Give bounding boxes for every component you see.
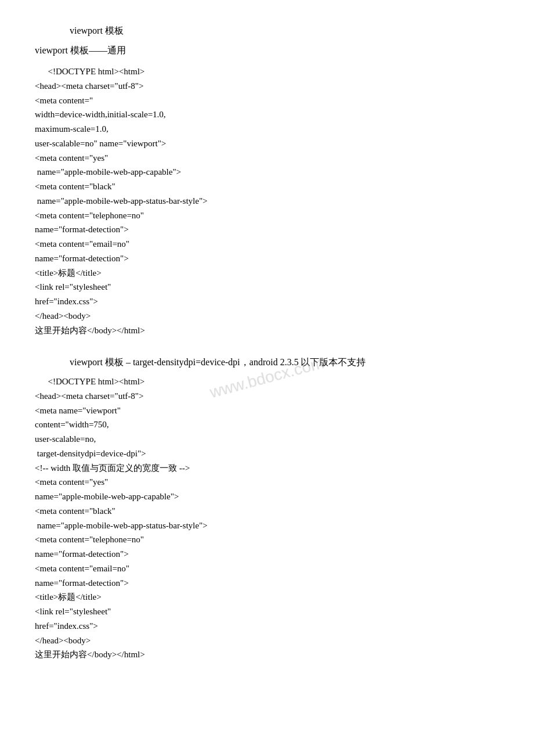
section-1: viewport 模板 viewport 模板——通用 <!DOCTYPE ht… (35, 23, 499, 337)
section-2-code: <!DOCTYPE html><html> <head><meta charse… (35, 375, 499, 662)
section-1-heading: viewport 模板 (35, 23, 499, 38)
section-1-code: <!DOCTYPE html><html> <head><meta charse… (35, 64, 499, 337)
section-1-subheading: viewport 模板——通用 (35, 43, 499, 58)
section-2: viewport 模板 – target-densitydpi=device-d… (35, 355, 499, 662)
section-2-heading: viewport 模板 – target-densitydpi=device-d… (35, 355, 499, 370)
